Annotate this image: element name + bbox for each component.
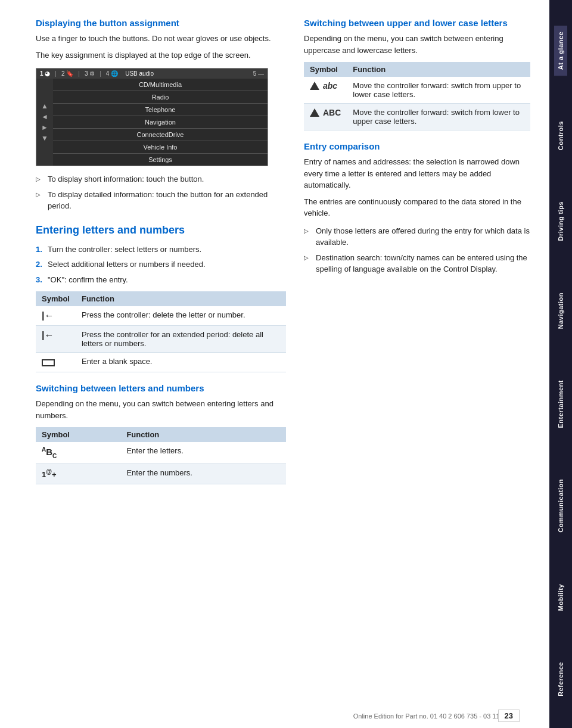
table-row: 1@+ Enter the numbers.	[36, 463, 286, 484]
sidebar-item-at-a-glance[interactable]: At a glance	[554, 26, 567, 76]
bullets1-list: To display short information: touch the …	[36, 173, 286, 212]
arrow-down: ▼	[41, 135, 48, 142]
right-section1-title: Switching between upper and lower case l…	[304, 18, 530, 28]
right-section2-title: Entry comparison	[304, 141, 530, 151]
page-footer: Online Edition for Part no. 01 40 2 606 …	[0, 704, 572, 728]
menu-item-telephone: Telephone	[53, 104, 268, 116]
screen-tab-3: 3 ⚙	[85, 70, 95, 77]
menu-item-vehicleinfo: Vehicle Info	[53, 141, 268, 154]
menu-item-navigation: Navigation	[53, 116, 268, 129]
steps-list: 1.Turn the controller: select letters or…	[36, 244, 286, 286]
table-row: ABC Enter the letters.	[36, 442, 286, 463]
sidebar-item-controls[interactable]: Controls	[554, 115, 567, 156]
bullet2-item1: Only those letters are offered during th…	[304, 225, 530, 248]
bullet2-item2: Destination search: town/city names can …	[304, 252, 530, 275]
table1-header-function: Function	[76, 291, 286, 306]
sidebar-item-navigation[interactable]: Navigation	[554, 287, 567, 335]
screen-tab-2: 2 🔖	[61, 70, 73, 77]
table-row: |← Press the controller for an extended …	[36, 326, 286, 353]
menu-item-radio: Radio	[53, 91, 268, 104]
symbol-to-lower: abc	[304, 77, 347, 104]
table-row: abc Move the controller forward: switch …	[304, 77, 530, 104]
menu-item-cd: CD/Multimedia	[53, 79, 268, 91]
screen-tab-4: 4 🌐	[106, 70, 118, 77]
footer-text: Online Edition for Part no. 01 40 2 606 …	[353, 713, 512, 720]
step1: 1.Turn the controller: select letters or…	[36, 244, 286, 256]
table-row: ABC Move the controller forward: switch …	[304, 104, 530, 130]
arrow-up: ▲	[41, 102, 48, 110]
screen-menu: CD/Multimedia Radio Telephone Navigation…	[53, 79, 268, 166]
section3-title: Switching between letters and numbers	[36, 383, 286, 393]
screen-arrows: ▲ ◄ ► ▼	[36, 79, 53, 166]
sidebar-item-reference[interactable]: Reference	[554, 656, 567, 702]
section3-p1: Depending on the menu, you can switch be…	[36, 398, 286, 421]
symbol-delete1: |←	[36, 306, 76, 326]
bullet1-item1: To display short information: touch the …	[36, 173, 286, 185]
screen-tab-5: 5 —	[253, 70, 264, 77]
page-container: Displaying the button assignment Use a f…	[0, 0, 572, 728]
symbol-to-upper: ABC	[304, 104, 347, 130]
table1-header-symbol: Symbol	[36, 291, 76, 306]
sidebar-item-entertainment[interactable]: Entertainment	[554, 374, 567, 434]
symbol-numbers: 1@+	[36, 463, 120, 484]
bullet1-item2: To display detailed information: touch t…	[36, 189, 286, 212]
screen-tab-1: 1 ◕	[40, 70, 50, 77]
menu-item-settings: Settings	[53, 154, 268, 166]
screen-topbar: 1 ◕ | 2 🔖 | 3 ⚙ | 4 🌐 USB audio 5 —	[36, 69, 268, 79]
table-row: |← Press the controller: delete the lett…	[36, 306, 286, 326]
arrow-left: ◄	[41, 113, 48, 120]
section1-p1: Use a finger to touch the buttons. Do no…	[36, 33, 286, 45]
sidebar: At a glance Controls Driving tips Naviga…	[549, 0, 572, 728]
screen-mockup: 1 ◕ | 2 🔖 | 3 ⚙ | 4 🌐 USB audio 5 — ▲ ◄ …	[36, 68, 268, 166]
left-column: Displaying the button assignment Use a f…	[36, 18, 286, 692]
sidebar-item-driving-tips[interactable]: Driving tips	[554, 195, 567, 247]
sidebar-item-mobility[interactable]: Mobility	[554, 578, 567, 617]
bullets2-list: Only those letters are offered during th…	[304, 225, 530, 275]
function-delete1: Press the controller: delete the letter …	[76, 306, 286, 326]
function-numbers: Enter the numbers.	[120, 463, 286, 484]
symbol-letters: ABC	[36, 442, 120, 463]
table3-header-symbol: Symbol	[304, 62, 347, 77]
arrow-right: ►	[41, 124, 48, 131]
table2: Symbol Function ABC Enter the letters. 1…	[36, 427, 286, 484]
table3: Symbol Function abc Move the controller …	[304, 62, 530, 130]
function-letters: Enter the letters.	[120, 442, 286, 463]
page-number: 23	[498, 710, 520, 722]
screen-usb-label: USB audio	[125, 70, 154, 77]
table3-header-function: Function	[347, 62, 530, 77]
step3: 3."OK": confirm the entry.	[36, 274, 286, 286]
main-content: Displaying the button assignment Use a f…	[0, 0, 549, 728]
symbol-space	[36, 353, 76, 372]
right-section1-p1: Depending on the menu, you can switch be…	[304, 33, 530, 56]
function-to-lower: Move the controller forward: switch from…	[347, 77, 530, 104]
step2: 2.Select additional letters or numbers i…	[36, 259, 286, 270]
table-row: Enter a blank space.	[36, 353, 286, 372]
function-delete2: Press the controller for an extended per…	[76, 326, 286, 353]
symbol-delete2: |←	[36, 326, 76, 353]
function-space: Enter a blank space.	[76, 353, 286, 372]
table2-header-function: Function	[120, 427, 286, 442]
section2-title: Entering letters and numbers	[36, 224, 286, 237]
menu-item-connecteddrive: ConnectedDrive	[53, 129, 268, 141]
right-column: Switching between upper and lower case l…	[304, 18, 530, 692]
right-section2-p1: Entry of names and addresses: the select…	[304, 156, 530, 191]
table1: Symbol Function |← Press the controller:…	[36, 291, 286, 372]
function-to-upper: Move the controller forward: switch from…	[347, 104, 530, 130]
sidebar-item-communication[interactable]: Communication	[554, 473, 567, 539]
table2-header-symbol: Symbol	[36, 427, 120, 442]
screen-body: ▲ ◄ ► ▼ CD/Multimedia Radio Telephone Na…	[36, 79, 268, 166]
section1-title: Displaying the button assignment	[36, 18, 286, 28]
right-section2-p2: The entries are continuously compared to…	[304, 196, 530, 219]
section1-p2: The key assignment is displayed at the t…	[36, 49, 286, 61]
